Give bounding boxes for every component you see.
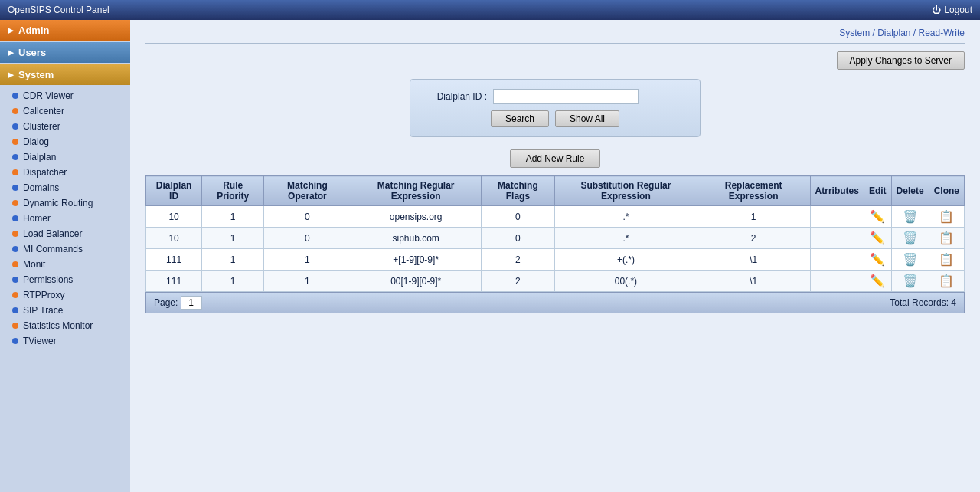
sidebar-item[interactable]: MI Commands [0, 241, 130, 257]
sidebar-item-label: Dispatcher [23, 167, 67, 178]
add-new-rule-button[interactable]: Add New Rule [510, 149, 601, 168]
table-row: 1010opensips.org0.*1✏️🗑️📋 [146, 206, 965, 228]
table-column-header: Matching Regular Expression [351, 176, 481, 206]
table-column-header: Matching Flags [481, 176, 554, 206]
delete-icon[interactable]: 🗑️ [903, 252, 918, 267]
edit-icon[interactable]: ✏️ [870, 274, 885, 288]
delete-cell: 🗑️ [891, 206, 929, 228]
table-cell [810, 228, 864, 249]
show-all-button[interactable]: Show All [555, 110, 619, 127]
sidebar-dot-icon [12, 123, 18, 130]
clone-icon[interactable]: 📋 [939, 252, 954, 267]
dialplan-id-label: Dialplan ID : [426, 91, 487, 102]
table-cell: .* [555, 206, 697, 228]
edit-icon[interactable]: ✏️ [870, 252, 885, 267]
sidebar-dot-icon [12, 93, 18, 99]
dialplan-id-row: Dialplan ID : [426, 89, 684, 104]
sidebar-dot-icon [12, 338, 18, 344]
sidebar-item[interactable]: Permissions [0, 272, 130, 287]
sidebar-item[interactable]: CDR Viewer [0, 88, 130, 103]
table-column-header: Dialplan ID [146, 176, 202, 206]
sidebar-item-label: Clusterer [23, 121, 60, 132]
sidebar-dot-icon [12, 292, 18, 298]
sidebar-item[interactable]: Callcenter [0, 103, 130, 119]
table-cell: 00[1-9][0-9]* [351, 271, 481, 292]
clone-icon[interactable]: 📋 [939, 231, 954, 245]
sidebar-item[interactable]: Dialplan [0, 149, 130, 165]
table-cell: 1 [264, 271, 351, 292]
dialplan-id-input[interactable] [493, 89, 639, 104]
clone-cell: 📋 [929, 249, 964, 271]
sidebar-item[interactable]: Homer [0, 211, 130, 226]
sidebar-item[interactable]: RTPProxy [0, 287, 130, 303]
main-content: System / Dialplan / Read-Write Apply Cha… [130, 20, 980, 492]
sidebar-item-label: Load Balancer [23, 228, 82, 239]
topbar: OpenSIPS Control Panel ⏻ Logout [0, 0, 980, 20]
sidebar-dot-icon [12, 139, 18, 145]
users-arrow-icon: ▶ [8, 48, 14, 57]
sidebar-item[interactable]: Clusterer [0, 119, 130, 134]
table-cell: 0 [481, 206, 554, 228]
search-buttons-row: Search Show All [426, 110, 684, 127]
divider [145, 43, 965, 44]
sidebar-item-label: Dialog [23, 136, 49, 147]
table-cell: 111 [146, 249, 202, 271]
sidebar-dot-icon [12, 215, 18, 221]
sidebar-item[interactable]: Dispatcher [0, 165, 130, 180]
table-column-header: Replacement Expression [697, 176, 810, 206]
delete-icon[interactable]: 🗑️ [903, 274, 918, 288]
sidebar-item[interactable]: Statistics Monitor [0, 318, 130, 333]
table-column-header: Clone [929, 176, 964, 206]
table-row: 1010siphub.com0.*2✏️🗑️📋 [146, 228, 965, 249]
table-cell: opensips.org [351, 206, 481, 228]
table-header: Dialplan IDRule PriorityMatching Operato… [146, 176, 965, 206]
sidebar-item[interactable]: SIP Trace [0, 303, 130, 318]
apply-changes-button[interactable]: Apply Changes to Server [837, 51, 965, 70]
page-number-input[interactable] [181, 296, 202, 310]
sidebar-item-label: Monit [23, 259, 45, 270]
table-column-header: Atrributes [810, 176, 864, 206]
sidebar-dot-icon [12, 108, 18, 114]
sidebar-item-label: MI Commands [23, 244, 83, 254]
edit-icon[interactable]: ✏️ [870, 209, 885, 224]
admin-arrow-icon: ▶ [8, 26, 14, 34]
sidebar-item-label: Homer [23, 213, 51, 224]
logout-button[interactable]: ⏻ Logout [932, 5, 972, 15]
sidebar-system-toggle[interactable]: ▶ System [0, 64, 130, 85]
search-button[interactable]: Search [491, 110, 549, 127]
edit-icon[interactable]: ✏️ [870, 231, 885, 245]
table-cell: \1 [697, 249, 810, 271]
table-cell: 1 [697, 206, 810, 228]
table-cell: siphub.com [351, 228, 481, 249]
search-form: Dialplan ID : Search Show All [410, 79, 701, 137]
sidebar-dot-icon [12, 200, 18, 206]
sidebar: ▶ Admin ▶ Users ▶ System CDR ViewerCallc… [0, 20, 130, 492]
sidebar-item[interactable]: Dynamic Routing [0, 195, 130, 211]
system-arrow-icon: ▶ [8, 71, 14, 79]
clone-cell: 📋 [929, 206, 964, 228]
sidebar-item-label: Dynamic Routing [23, 198, 93, 208]
sidebar-item[interactable]: Domains [0, 180, 130, 195]
topbar-title: OpenSIPS Control Panel [8, 5, 109, 15]
sidebar-item[interactable]: Load Balancer [0, 226, 130, 241]
delete-cell: 🗑️ [891, 249, 929, 271]
sidebar-item-list: CDR ViewerCallcenterClustererDialogDialp… [0, 87, 130, 350]
sidebar-item[interactable]: Dialog [0, 134, 130, 149]
apply-area: Apply Changes to Server [145, 51, 965, 70]
delete-icon[interactable]: 🗑️ [903, 209, 918, 224]
table-cell: +(.*) [555, 249, 697, 271]
clone-icon[interactable]: 📋 [939, 274, 954, 288]
table-cell [810, 249, 864, 271]
sidebar-item-label: RTPProxy [23, 290, 64, 300]
table-cell: 0 [264, 206, 351, 228]
clone-icon[interactable]: 📋 [939, 209, 954, 224]
sidebar-users-toggle[interactable]: ▶ Users [0, 42, 130, 63]
table-row: 1111100[1-9][0-9]*200(.*)\1✏️🗑️📋 [146, 271, 965, 292]
clone-cell: 📋 [929, 228, 964, 249]
sidebar-admin-toggle[interactable]: ▶ Admin [0, 20, 130, 41]
delete-icon[interactable]: 🗑️ [903, 231, 918, 245]
sidebar-item[interactable]: TViewer [0, 333, 130, 349]
sidebar-dot-icon [12, 169, 18, 175]
clone-cell: 📋 [929, 271, 964, 292]
sidebar-item[interactable]: Monit [0, 257, 130, 272]
